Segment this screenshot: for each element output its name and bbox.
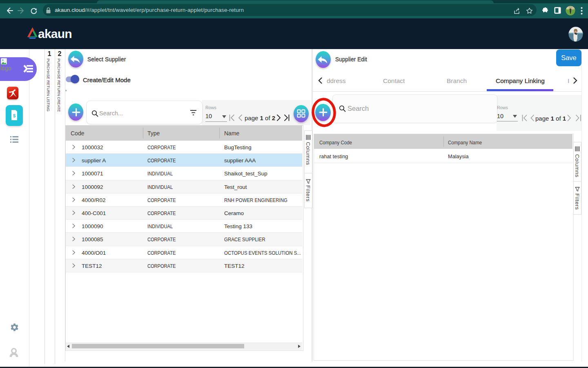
svg-text:$: $ [13, 113, 16, 118]
